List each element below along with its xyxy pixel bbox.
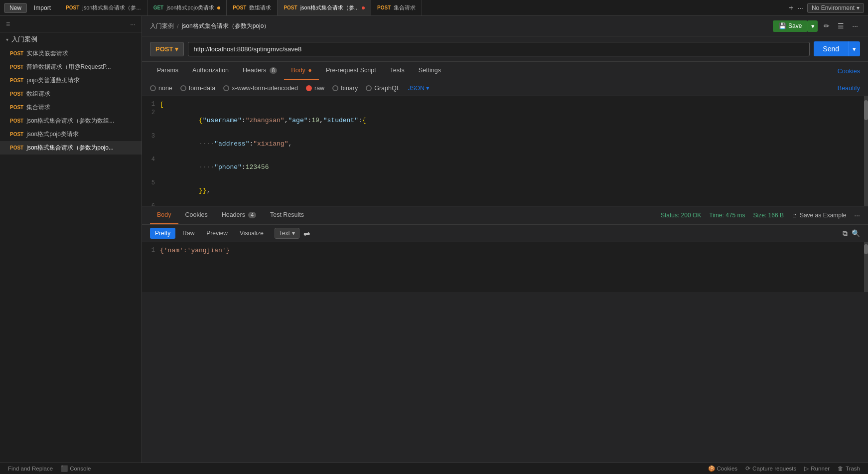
resp-size-label: Size: — [753, 212, 768, 219]
body-type-bar: none form-data x-www-form-urlencoded raw… — [142, 80, 868, 96]
resp-tab-cookies[interactable]: Cookies — [178, 206, 215, 224]
new-button[interactable]: New — [4, 3, 27, 13]
save-icon: 💾 — [779, 22, 786, 29]
resp-body-tab-pretty[interactable]: Pretty — [150, 228, 175, 239]
resp-body-tab-raw[interactable]: Raw — [177, 228, 199, 239]
tab-3[interactable]: POST 数组请求 — [227, 0, 278, 15]
code-line-4: 4 ····"phone":123456 — [142, 156, 868, 179]
send-dropdown-button[interactable]: ▾ — [848, 41, 860, 56]
tab-2-method: GET — [153, 5, 164, 10]
save-dropdown-button[interactable]: ▾ — [808, 20, 818, 32]
sidebar-filter-icon: ≡ — [6, 20, 10, 28]
tab-4[interactable]: POST json格式集合请求（参... — [278, 0, 371, 15]
tab-2[interactable]: GET json格式pojo类请求 — [147, 0, 227, 15]
resp-format-select[interactable]: Text ▾ — [275, 228, 299, 239]
tab-pre-request[interactable]: Pre-request Script — [319, 62, 383, 80]
tab-5[interactable]: POST 集合请求 — [371, 0, 422, 15]
radio-urlencoded[interactable]: x-www-form-urlencoded — [223, 85, 298, 92]
sidebar-item-1[interactable]: POST 实体类嵌套请求 — [0, 47, 142, 60]
json-format-button[interactable]: JSON ▾ — [408, 84, 430, 92]
code-editor[interactable]: 1 [ 2 {"username":"zhangsan","age":19,"s… — [142, 96, 868, 206]
radio-none-label: none — [158, 85, 172, 92]
resp-headers-badge: 4 — [248, 212, 256, 218]
radio-raw[interactable]: raw — [306, 85, 324, 92]
env-dropdown-icon: ▾ — [857, 4, 860, 11]
tab-params[interactable]: Params — [150, 62, 185, 80]
radio-form-data[interactable]: form-data — [180, 85, 216, 92]
resp-code[interactable]: 1 {'nam':'yangjian'} — [142, 242, 868, 292]
line-num-5: 5 — [142, 179, 160, 186]
cookies-bottom-link[interactable]: 🍪 Cookies — [708, 465, 738, 472]
code-line-3: 3 ····"address":"xixiang", — [142, 132, 868, 156]
tab-authorization[interactable]: Authorization — [185, 62, 236, 80]
capture-link[interactable]: ⟳ Capture requests — [745, 465, 796, 472]
resp-tab-headers[interactable]: Headers 4 — [215, 206, 263, 224]
breadcrumb-more-button[interactable]: ··· — [850, 20, 860, 32]
resp-body-tab-preview[interactable]: Preview — [201, 228, 233, 239]
resp-tab-body[interactable]: Body — [150, 206, 178, 224]
resp-more-button[interactable]: ··· — [854, 211, 860, 219]
radio-binary[interactable]: binary — [332, 85, 358, 92]
add-tab-button[interactable]: + — [789, 3, 793, 12]
resp-tab-test-results[interactable]: Test Results — [263, 206, 311, 224]
tab-settings[interactable]: Settings — [412, 62, 448, 80]
edit-button[interactable]: ✏ — [822, 20, 832, 32]
sidebar-item-6[interactable]: POST json格式集合请求（参数为数组... — [0, 114, 142, 128]
sidebar: ≡ ··· ▾ 入门案例 POST 实体类嵌套请求 POST 普通数据请求（用@… — [0, 16, 142, 463]
resp-copy-button[interactable]: ⧉ — [843, 229, 848, 238]
tab-3-label: 数组请求 — [249, 4, 271, 11]
url-input[interactable] — [188, 42, 810, 56]
doc-button[interactable]: ☰ — [836, 20, 846, 32]
tab-tests[interactable]: Tests — [383, 62, 412, 80]
tab-body[interactable]: Body ● — [284, 62, 319, 80]
method-select[interactable]: POST ▾ — [150, 42, 184, 56]
radio-graphql[interactable]: GraphQL — [366, 85, 400, 92]
sidebar-scroll: ▾ 入门案例 POST 实体类嵌套请求 POST 普通数据请求（用@Reques… — [0, 32, 142, 463]
line-num-3: 3 — [142, 133, 160, 140]
radio-urlencoded-label: x-www-form-urlencoded — [232, 85, 298, 92]
cookies-link[interactable]: Cookies — [838, 68, 860, 75]
bottom-bar: Find and Replace ⬛ Console 🍪 Cookies ⟳ C… — [0, 463, 868, 474]
resp-scrollbar[interactable] — [864, 242, 868, 292]
tab-1[interactable]: POST json格式集合请求（参... — [60, 0, 147, 15]
send-button[interactable]: Send — [814, 41, 848, 56]
find-replace-link[interactable]: Find and Replace — [8, 466, 53, 472]
sidebar-more-icon[interactable]: ··· — [130, 20, 136, 28]
runner-link[interactable]: ▷ Runner — [804, 465, 830, 472]
sidebar-item-1-method: POST — [10, 51, 23, 56]
trash-link[interactable]: 🗑 Trash — [838, 465, 860, 472]
line-content-3: ····"address":"xixiang", — [160, 133, 292, 155]
save-button[interactable]: 💾 Save — [773, 20, 808, 32]
sidebar-item-4[interactable]: POST 数组请求 — [0, 87, 142, 101]
tab-headers[interactable]: Headers 8 — [236, 62, 284, 80]
save-as-example-button[interactable]: 🗅 Save as Example — [792, 212, 846, 219]
resp-body-tabs: Pretty Raw Preview Visualize Text ▾ ⇌ ⧉ … — [142, 225, 868, 242]
env-selector[interactable]: No Environment ▾ — [807, 3, 864, 13]
sidebar-item-2[interactable]: POST 普通数据请求（用@RequestP... — [0, 60, 142, 74]
radio-none[interactable]: none — [150, 85, 172, 92]
sidebar-item-7[interactable]: POST json格式pojo类请求 — [0, 128, 142, 141]
sidebar-item-4-method: POST — [10, 91, 23, 97]
trash-label: Trash — [846, 466, 860, 472]
editor-scrollbar[interactable] — [864, 96, 868, 206]
sidebar-item-8-method: POST — [10, 145, 23, 151]
resp-body-tab-visualize[interactable]: Visualize — [235, 228, 269, 239]
tab-actions: + ··· No Environment ▾ — [785, 3, 868, 13]
runner-icon: ▷ — [804, 465, 809, 472]
collection-title[interactable]: ▾ 入门案例 — [0, 32, 142, 47]
sidebar-item-8[interactable]: POST json格式集合请求（参数为pojo... — [0, 141, 142, 155]
cookies-label: Cookies — [717, 466, 738, 472]
top-bar: New Import POST json格式集合请求（参... GET json… — [0, 0, 868, 16]
line-num-2: 2 — [142, 109, 160, 116]
save-example-icon: 🗅 — [792, 212, 798, 219]
console-link[interactable]: ⬛ Console — [61, 465, 91, 472]
import-button[interactable]: Import — [29, 3, 56, 12]
tabs-more-button[interactable]: ··· — [797, 4, 803, 12]
sidebar-item-3[interactable]: POST pojo类普通数据请求 — [0, 74, 142, 87]
json-label: JSON — [408, 85, 425, 92]
beautify-button[interactable]: Beautify — [838, 85, 860, 92]
resp-wrap-button[interactable]: ⇌ — [303, 229, 310, 238]
sidebar-item-5[interactable]: POST 集合请求 — [0, 101, 142, 114]
resp-search-button[interactable]: 🔍 — [852, 229, 860, 238]
line-num-6: 6 — [142, 203, 160, 206]
